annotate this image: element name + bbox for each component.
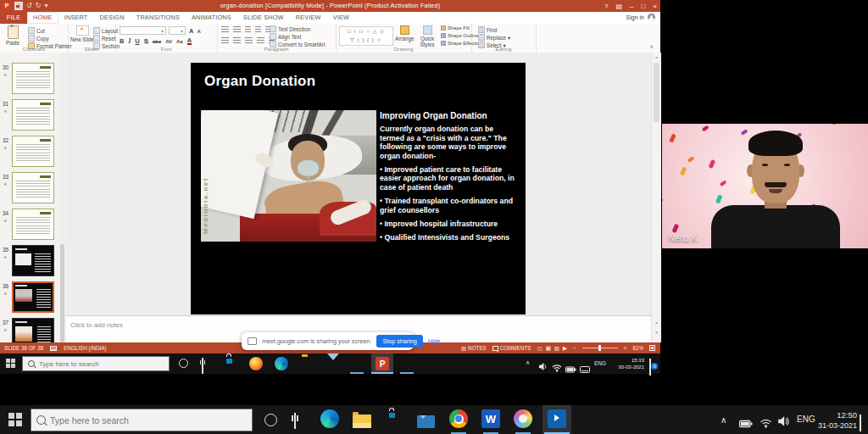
tab-home[interactable]: HOME (27, 12, 58, 24)
align-right-icon[interactable] (245, 37, 253, 44)
arrange-button[interactable]: Arrange (395, 25, 414, 42)
stop-sharing-button[interactable]: Stop sharing (376, 335, 422, 348)
paint-icon[interactable] (514, 409, 532, 428)
tab-file[interactable]: FILE (0, 12, 27, 24)
tab-slideshow[interactable]: SLIDE SHOW (237, 12, 290, 24)
hide-link[interactable]: Hide (428, 337, 441, 345)
task-view-icon[interactable] (202, 358, 203, 374)
chrome-icon[interactable] (449, 409, 468, 428)
underline-button[interactable]: U (135, 37, 139, 45)
char-spacing-button[interactable]: AV (165, 39, 172, 44)
reading-view-button[interactable]: ▥ (554, 345, 559, 352)
tab-animations[interactable]: ANIMATIONS (186, 12, 237, 24)
thumbnail-slide-31[interactable]: 31 ★ (0, 99, 59, 135)
previous-slide-icon[interactable]: ▲ (652, 320, 661, 325)
slide-body-text[interactable]: Improving Organ Donation Currently organ… (380, 112, 519, 242)
bold-button[interactable]: B (120, 37, 124, 45)
minimize-button[interactable]: – (630, 3, 633, 10)
language-indicator[interactable]: ENG (594, 360, 606, 366)
edge-icon[interactable] (275, 357, 288, 370)
thumbnail-slide-32[interactable]: 32 ★ (0, 136, 59, 171)
save-icon[interactable] (14, 2, 23, 10)
cut-button[interactable]: Cut (28, 27, 45, 34)
replace-button[interactable]: Replace▾ (478, 34, 510, 41)
font-color-button[interactable]: A (187, 37, 192, 45)
clock[interactable]: 12:50 31-03-2021 (816, 410, 857, 431)
powerpoint-icon[interactable]: P (376, 357, 389, 370)
language-indicator[interactable]: ENG (797, 415, 815, 424)
redo-icon[interactable]: ↻ (36, 2, 42, 10)
change-case-button[interactable]: Aa (176, 39, 183, 44)
close-button[interactable]: × (653, 3, 657, 10)
action-center-icon[interactable] (860, 415, 861, 431)
font-name-select[interactable]: ▾ (120, 26, 166, 35)
edge-icon[interactable] (320, 409, 339, 428)
movies-tv-icon[interactable] (548, 409, 566, 428)
file-explorer-icon[interactable] (353, 415, 371, 428)
touch-keyboard-icon[interactable] (580, 361, 590, 376)
decrease-indent-icon[interactable] (245, 26, 251, 33)
thumbnail-scrollbar[interactable] (59, 53, 65, 342)
tab-review[interactable]: REVIEW (290, 12, 327, 24)
cortana-icon[interactable] (264, 414, 277, 426)
tab-insert[interactable]: INSERT (58, 12, 94, 24)
taskbar-search[interactable] (31, 409, 253, 431)
zoom-level[interactable]: 61% (632, 345, 643, 351)
clock[interactable]: 15:33 30-03-2021 (609, 358, 644, 370)
patient-photo[interactable]: Medindia.net (201, 110, 376, 242)
zoom-in-button[interactable]: + (624, 345, 627, 351)
zoom-out-button[interactable]: − (573, 345, 576, 351)
zoom-slider-thumb[interactable] (598, 345, 601, 351)
undo-icon[interactable]: ↺ (26, 2, 32, 10)
language-status[interactable]: ENGLISH (INDIA) (64, 345, 106, 351)
text-shadow-button[interactable]: S (144, 37, 148, 45)
sign-in[interactable]: Sign in (626, 14, 655, 21)
align-left-icon[interactable] (221, 37, 229, 44)
task-view-icon[interactable] (294, 413, 296, 429)
shape-fill-button[interactable]: Shape Fill (441, 25, 470, 31)
battery-icon[interactable] (565, 361, 576, 376)
new-slide-button[interactable]: New Slide (70, 25, 94, 42)
thumbnail-slide-36-selected[interactable]: 36 ★ (0, 281, 59, 317)
volume-icon[interactable] (538, 359, 548, 375)
strikethrough-button[interactable]: abc (153, 39, 161, 44)
reset-button[interactable]: Reset (93, 35, 115, 42)
search-input[interactable] (39, 360, 164, 368)
spellcheck-icon[interactable] (50, 346, 57, 351)
font-grow-shrink[interactable]: A A (189, 27, 201, 35)
help-button[interactable]: ? (604, 3, 608, 10)
find-button[interactable]: Find (478, 26, 497, 33)
ribbon-display-button[interactable]: ▤ (615, 3, 622, 10)
text-direction-button[interactable]: Text Direction (270, 25, 310, 32)
qat-customize-icon[interactable]: ▾ (44, 2, 47, 10)
tab-transitions[interactable]: TRANSITIONS (131, 12, 186, 24)
hidden-icons-chevron[interactable]: ∧ (526, 359, 530, 366)
font-size-select[interactable]: ▾ (169, 26, 186, 35)
next-slide-icon[interactable]: ▼ (652, 331, 661, 335)
scroll-up-icon[interactable]: ▲ (652, 55, 661, 59)
comments-toggle[interactable]: COMMENTS (492, 345, 531, 351)
participant-video-tile[interactable]: Neha K (662, 124, 868, 248)
slide-sorter-button[interactable]: ▦ (546, 345, 551, 352)
search-input[interactable] (50, 415, 247, 426)
start-button[interactable] (6, 359, 15, 368)
slide-title[interactable]: Organ Donation (204, 73, 315, 90)
zoom-slider[interactable] (582, 348, 618, 348)
align-center-icon[interactable] (233, 37, 241, 44)
restore-button[interactable]: □ (641, 3, 645, 10)
shrink-font-button[interactable]: A (197, 29, 200, 34)
network-icon[interactable] (552, 360, 562, 376)
align-text-button[interactable]: Align Text (270, 33, 301, 40)
tab-design[interactable]: DESIGN (94, 12, 131, 24)
thumbnail-slide-35[interactable]: 35 ★ (0, 245, 59, 281)
collapse-ribbon-icon[interactable]: ∧ (649, 43, 654, 50)
copy-button[interactable]: Copy (28, 35, 49, 42)
mail-icon[interactable] (417, 415, 435, 428)
firefox-icon[interactable] (249, 357, 263, 370)
slide-canvas[interactable]: Organ Donation Medindia.net (191, 63, 526, 314)
grow-font-button[interactable]: A (189, 27, 193, 35)
quick-styles-button[interactable]: Quick Styles (417, 25, 437, 47)
paste-button[interactable]: Paste (6, 25, 19, 46)
numbering-icon[interactable] (233, 26, 241, 33)
normal-view-button[interactable]: ◫ (537, 345, 542, 352)
